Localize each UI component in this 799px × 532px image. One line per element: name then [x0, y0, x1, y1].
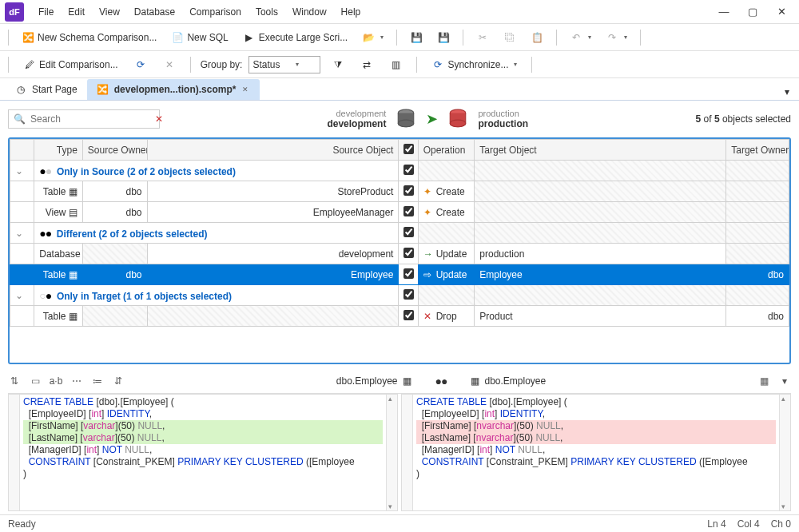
- execute-large-script-button[interactable]: ▶ Execute Large Scri...: [238, 29, 352, 46]
- table-row[interactable]: Database 🗄 development →Update productio…: [10, 244, 789, 264]
- tab-close-icon[interactable]: ✕: [240, 85, 250, 94]
- stop-button[interactable]: ✕: [158, 56, 181, 73]
- row-checkbox[interactable]: [403, 206, 414, 216]
- col-checkbox[interactable]: [399, 140, 418, 161]
- edit-comparison-button[interactable]: 🖉 Edit Comparison...: [18, 56, 123, 73]
- redo-button[interactable]: ↷: [601, 29, 632, 46]
- svg-point-1: [399, 120, 415, 127]
- cut-button[interactable]: ✂: [471, 29, 494, 46]
- col-target-object[interactable]: Target Object: [475, 140, 726, 161]
- diff-right-pane[interactable]: CREATE TABLE [dbo].[Employee] ( [Employe…: [401, 394, 791, 511]
- row-checkbox[interactable]: [403, 185, 414, 196]
- document-tabs: ◷ Start Page 🔀 developmen...tion).scomp*…: [0, 78, 799, 101]
- row-checkbox[interactable]: [403, 248, 414, 258]
- report-icon: ▥: [389, 58, 402, 71]
- filter-button[interactable]: ⧩: [327, 56, 349, 73]
- table-row[interactable]: Table ▦ ✕Drop Product dbo: [10, 306, 789, 327]
- diff-sort-icon[interactable]: ⇵: [112, 375, 125, 387]
- col-type[interactable]: Type: [34, 140, 83, 161]
- col-target-owner[interactable]: Target Owner: [726, 140, 789, 161]
- cut-icon: ✂: [476, 31, 489, 44]
- redo-icon: ↷: [606, 31, 618, 44]
- close-button[interactable]: ✕: [775, 6, 788, 18]
- copy-button[interactable]: ⿻: [499, 29, 521, 46]
- row-checkbox[interactable]: [403, 268, 414, 279]
- menu-database[interactable]: Database: [128, 3, 181, 21]
- grid-header: Type Source Owner Source Object Operatio…: [10, 140, 789, 161]
- target-db-icon: [447, 109, 468, 129]
- minimize-button[interactable]: —: [718, 6, 730, 18]
- menu-comparison[interactable]: Comparison: [183, 3, 248, 21]
- menu-window[interactable]: Window: [286, 3, 333, 21]
- group-checkbox[interactable]: [403, 227, 414, 237]
- new-schema-label: New Schema Comparison...: [38, 32, 157, 43]
- diff-nav-icon[interactable]: ⇅: [8, 375, 21, 387]
- tab-start-label: Start Page: [32, 84, 78, 95]
- group-by-combo[interactable]: Status: [248, 56, 320, 73]
- group-checkbox[interactable]: [403, 289, 414, 300]
- open-dropdown[interactable]: 📂: [357, 29, 388, 46]
- save-button[interactable]: 💾: [405, 29, 427, 46]
- table-row[interactable]: View ▤ dbo EmployeeManager ✦Create: [10, 202, 789, 223]
- stop-icon: ✕: [163, 58, 176, 71]
- comparison-toolbar: 🖉 Edit Comparison... ⟳ ✕ Group by: Statu…: [0, 51, 799, 78]
- tab-overflow-button[interactable]: ▾: [780, 84, 794, 100]
- scrollbar[interactable]: [779, 395, 790, 510]
- tab-start-page[interactable]: ◷ Start Page: [5, 79, 87, 100]
- save-icon: 💾: [410, 31, 423, 44]
- menu-file[interactable]: File: [32, 3, 60, 21]
- group-by-value: Status: [252, 59, 280, 70]
- tab-comparison[interactable]: 🔀 developmen...tion).scomp* ✕: [87, 79, 260, 100]
- swap-button[interactable]: ⇄: [356, 56, 378, 73]
- refresh-icon: ⟳: [134, 58, 147, 71]
- table-icon: ▦: [403, 375, 411, 387]
- menu-edit[interactable]: Edit: [62, 3, 91, 21]
- search-box[interactable]: 🔍 ✕: [8, 109, 160, 129]
- group-status-icon: ●: [46, 289, 51, 302]
- diff-word-icon[interactable]: a·b: [50, 375, 62, 387]
- paste-button[interactable]: 📋: [526, 29, 548, 46]
- group-checkbox[interactable]: [403, 165, 414, 175]
- diff-line-icon[interactable]: ▭: [29, 375, 42, 387]
- menu-help[interactable]: Help: [335, 3, 368, 21]
- diff-grid-icon[interactable]: ▦: [757, 375, 770, 387]
- diff-menu-icon[interactable]: ▾: [778, 375, 791, 387]
- search-input[interactable]: [30, 113, 150, 125]
- row-checkbox[interactable]: [403, 310, 414, 320]
- col-operation[interactable]: Operation: [418, 140, 475, 161]
- diff-left-pane[interactable]: CREATE TABLE [dbo].[Employee] ( [Employe…: [8, 394, 398, 511]
- compare-icon: 🔀: [22, 31, 34, 44]
- col-source-object[interactable]: Source Object: [147, 140, 399, 161]
- edit-icon: 🖉: [23, 58, 36, 71]
- maximize-button[interactable]: ▢: [746, 6, 759, 18]
- menu-view[interactable]: View: [93, 3, 126, 21]
- diff-char-icon[interactable]: ⋯: [70, 375, 83, 387]
- table-row[interactable]: Table ▦ dbo StoreProduct ✦Create: [10, 181, 789, 202]
- undo-button[interactable]: ↶: [565, 29, 596, 46]
- execute-icon: ▶: [243, 31, 256, 44]
- svg-point-3: [451, 120, 467, 127]
- diff-status-icon: ●●: [435, 375, 447, 387]
- diff-option-icon[interactable]: ≔: [91, 375, 104, 387]
- paste-icon: 📋: [531, 31, 543, 44]
- new-sql-button[interactable]: 📄 New SQL: [166, 29, 233, 46]
- group-only-in-source[interactable]: ⌄ ●● Only in Source (2 of 2 objects sele…: [10, 161, 789, 181]
- col-source-owner[interactable]: Source Owner: [82, 140, 147, 161]
- filter-icon: ⧩: [332, 58, 344, 71]
- synchronize-button[interactable]: ⟳ Synchronize...: [427, 56, 522, 73]
- scrollbar[interactable]: [386, 395, 397, 510]
- refresh-button[interactable]: ⟳: [129, 56, 152, 73]
- undo-icon: ↶: [570, 31, 582, 44]
- target-name: production: [478, 118, 528, 129]
- diff-left-code: CREATE TABLE [dbo].[Employee] ( [Employe…: [20, 395, 386, 510]
- diff-left-title: dbo.Employee▦: [336, 375, 411, 387]
- new-schema-comparison-button[interactable]: 🔀 New Schema Comparison...: [17, 29, 161, 46]
- group-only-in-target[interactable]: ⌄ ○● Only in Target (1 of 1 objects sele…: [10, 285, 789, 306]
- menu-tools[interactable]: Tools: [249, 3, 284, 21]
- diff-right-code: CREATE TABLE [dbo].[Employee] ( [Employe…: [413, 395, 779, 510]
- report-button[interactable]: ▥: [384, 56, 407, 73]
- table-row-selected[interactable]: Table ▦ dbo Employee ⇨Update Employee db…: [10, 264, 789, 285]
- group-different[interactable]: ⌄ ●● Different (2 of 2 objects selected): [10, 223, 789, 244]
- save-all-button[interactable]: 💾: [432, 29, 455, 46]
- status-char: Ch 0: [771, 518, 791, 530]
